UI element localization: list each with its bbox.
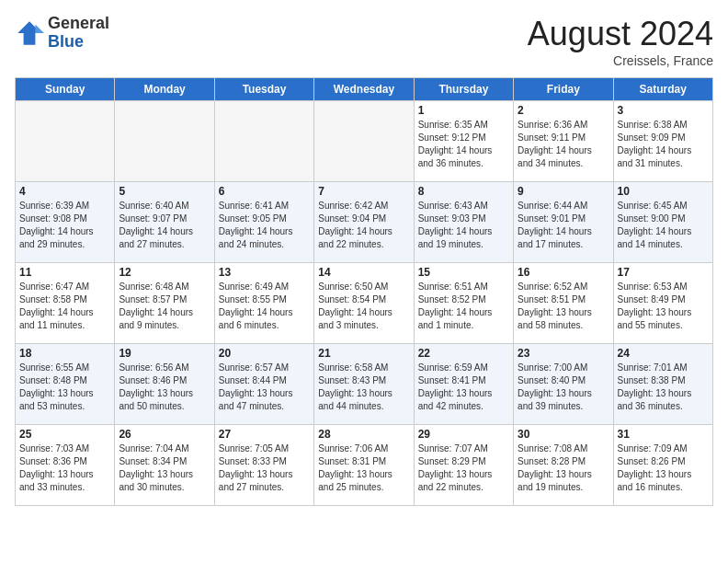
calendar-cell: 19Sunrise: 6:56 AM Sunset: 8:46 PM Dayli… xyxy=(115,344,214,425)
day-info: Sunrise: 7:08 AM Sunset: 8:28 PM Dayligh… xyxy=(518,442,609,494)
day-info: Sunrise: 6:42 AM Sunset: 9:04 PM Dayligh… xyxy=(318,200,409,251)
day-info: Sunrise: 7:09 AM Sunset: 8:26 PM Dayligh… xyxy=(618,442,709,494)
day-info: Sunrise: 6:56 AM Sunset: 8:46 PM Dayligh… xyxy=(119,362,210,413)
calendar-week-3: 11Sunrise: 6:47 AM Sunset: 8:58 PM Dayli… xyxy=(16,263,713,344)
svg-marker-1 xyxy=(35,24,44,33)
day-info: Sunrise: 6:53 AM Sunset: 8:49 PM Dayligh… xyxy=(618,281,709,332)
day-number: 13 xyxy=(219,266,310,279)
day-info: Sunrise: 6:43 AM Sunset: 9:03 PM Dayligh… xyxy=(418,200,509,251)
day-info: Sunrise: 7:07 AM Sunset: 8:29 PM Dayligh… xyxy=(418,442,509,494)
calendar-cell: 4Sunrise: 6:39 AM Sunset: 9:08 PM Daylig… xyxy=(16,182,115,263)
calendar-cell: 5Sunrise: 6:40 AM Sunset: 9:07 PM Daylig… xyxy=(115,182,214,263)
calendar-cell xyxy=(214,101,313,182)
day-info: Sunrise: 7:05 AM Sunset: 8:33 PM Dayligh… xyxy=(219,442,310,494)
logo: General Blue xyxy=(15,15,109,52)
day-number: 22 xyxy=(418,347,509,360)
calendar-cell: 29Sunrise: 7:07 AM Sunset: 8:29 PM Dayli… xyxy=(414,425,513,506)
day-number: 5 xyxy=(119,185,210,198)
calendar-cell: 31Sunrise: 7:09 AM Sunset: 8:26 PM Dayli… xyxy=(613,425,712,506)
day-number: 6 xyxy=(219,185,310,198)
logo-icon xyxy=(15,18,44,48)
weekday-wednesday: Wednesday xyxy=(314,78,414,101)
day-info: Sunrise: 6:48 AM Sunset: 8:57 PM Dayligh… xyxy=(119,281,210,332)
day-number: 11 xyxy=(19,266,110,279)
calendar-cell: 17Sunrise: 6:53 AM Sunset: 8:49 PM Dayli… xyxy=(613,263,712,344)
day-info: Sunrise: 7:06 AM Sunset: 8:31 PM Dayligh… xyxy=(318,442,409,494)
day-info: Sunrise: 6:52 AM Sunset: 8:51 PM Dayligh… xyxy=(518,281,609,332)
day-info: Sunrise: 6:51 AM Sunset: 8:52 PM Dayligh… xyxy=(418,281,509,332)
calendar-cell: 22Sunrise: 6:59 AM Sunset: 8:41 PM Dayli… xyxy=(414,344,513,425)
day-number: 19 xyxy=(119,347,210,360)
day-info: Sunrise: 6:39 AM Sunset: 9:08 PM Dayligh… xyxy=(19,200,110,251)
day-number: 15 xyxy=(418,266,509,279)
calendar-cell: 2Sunrise: 6:36 AM Sunset: 9:11 PM Daylig… xyxy=(514,101,613,182)
day-number: 21 xyxy=(318,347,409,360)
day-info: Sunrise: 6:41 AM Sunset: 9:05 PM Dayligh… xyxy=(219,200,310,251)
calendar-cell: 10Sunrise: 6:45 AM Sunset: 9:00 PM Dayli… xyxy=(613,182,712,263)
day-number: 12 xyxy=(119,266,210,279)
day-info: Sunrise: 6:55 AM Sunset: 8:48 PM Dayligh… xyxy=(19,362,110,413)
day-number: 9 xyxy=(518,185,609,198)
day-number: 7 xyxy=(318,185,409,198)
weekday-tuesday: Tuesday xyxy=(214,78,313,101)
calendar-cell: 12Sunrise: 6:48 AM Sunset: 8:57 PM Dayli… xyxy=(115,263,214,344)
logo-general: General xyxy=(48,15,109,33)
day-number: 28 xyxy=(318,428,409,441)
day-number: 10 xyxy=(618,185,709,198)
calendar-week-4: 18Sunrise: 6:55 AM Sunset: 8:48 PM Dayli… xyxy=(16,344,713,425)
day-info: Sunrise: 6:59 AM Sunset: 8:41 PM Dayligh… xyxy=(418,362,509,413)
location: Creissels, France xyxy=(528,53,713,68)
day-number: 3 xyxy=(618,104,709,117)
weekday-monday: Monday xyxy=(115,78,214,101)
calendar-cell: 27Sunrise: 7:05 AM Sunset: 8:33 PM Dayli… xyxy=(214,425,313,506)
calendar-cell: 23Sunrise: 7:00 AM Sunset: 8:40 PM Dayli… xyxy=(514,344,613,425)
calendar-cell: 11Sunrise: 6:47 AM Sunset: 8:58 PM Dayli… xyxy=(16,263,115,344)
calendar-cell: 26Sunrise: 7:04 AM Sunset: 8:34 PM Dayli… xyxy=(115,425,214,506)
day-number: 24 xyxy=(618,347,709,360)
calendar-cell: 24Sunrise: 7:01 AM Sunset: 8:38 PM Dayli… xyxy=(613,344,712,425)
day-info: Sunrise: 7:01 AM Sunset: 8:38 PM Dayligh… xyxy=(618,362,709,413)
calendar-cell: 20Sunrise: 6:57 AM Sunset: 8:44 PM Dayli… xyxy=(214,344,313,425)
day-number: 20 xyxy=(219,347,310,360)
weekday-saturday: Saturday xyxy=(613,78,712,101)
weekday-sunday: Sunday xyxy=(16,78,115,101)
calendar-cell: 9Sunrise: 6:44 AM Sunset: 9:01 PM Daylig… xyxy=(514,182,613,263)
weekday-friday: Friday xyxy=(514,78,613,101)
day-info: Sunrise: 7:00 AM Sunset: 8:40 PM Dayligh… xyxy=(518,362,609,413)
day-info: Sunrise: 6:36 AM Sunset: 9:11 PM Dayligh… xyxy=(518,119,609,170)
calendar-cell: 25Sunrise: 7:03 AM Sunset: 8:36 PM Dayli… xyxy=(16,425,115,506)
calendar-cell: 16Sunrise: 6:52 AM Sunset: 8:51 PM Dayli… xyxy=(514,263,613,344)
calendar-cell: 21Sunrise: 6:58 AM Sunset: 8:43 PM Dayli… xyxy=(314,344,414,425)
calendar-cell xyxy=(16,101,115,182)
day-info: Sunrise: 6:50 AM Sunset: 8:54 PM Dayligh… xyxy=(318,281,409,332)
page-header: General Blue August 2024 Creissels, Fran… xyxy=(15,15,713,68)
weekday-header-row: SundayMondayTuesdayWednesdayThursdayFrid… xyxy=(16,78,713,101)
day-number: 27 xyxy=(219,428,310,441)
logo-blue: Blue xyxy=(48,33,109,52)
calendar-cell: 13Sunrise: 6:49 AM Sunset: 8:55 PM Dayli… xyxy=(214,263,313,344)
day-number: 4 xyxy=(19,185,110,198)
title-block: August 2024 Creissels, France xyxy=(528,15,713,68)
day-info: Sunrise: 6:44 AM Sunset: 9:01 PM Dayligh… xyxy=(518,200,609,251)
calendar-cell: 8Sunrise: 6:43 AM Sunset: 9:03 PM Daylig… xyxy=(414,182,513,263)
day-number: 26 xyxy=(119,428,210,441)
calendar-cell: 28Sunrise: 7:06 AM Sunset: 8:31 PM Dayli… xyxy=(314,425,414,506)
calendar-cell: 14Sunrise: 6:50 AM Sunset: 8:54 PM Dayli… xyxy=(314,263,414,344)
day-number: 23 xyxy=(518,347,609,360)
day-number: 1 xyxy=(418,104,509,117)
calendar-cell xyxy=(314,101,414,182)
day-number: 29 xyxy=(418,428,509,441)
day-info: Sunrise: 6:35 AM Sunset: 9:12 PM Dayligh… xyxy=(418,119,509,170)
day-info: Sunrise: 6:49 AM Sunset: 8:55 PM Dayligh… xyxy=(219,281,310,332)
calendar-week-2: 4Sunrise: 6:39 AM Sunset: 9:08 PM Daylig… xyxy=(16,182,713,263)
day-info: Sunrise: 6:47 AM Sunset: 8:58 PM Dayligh… xyxy=(19,281,110,332)
day-number: 17 xyxy=(618,266,709,279)
day-number: 16 xyxy=(518,266,609,279)
calendar-week-5: 25Sunrise: 7:03 AM Sunset: 8:36 PM Dayli… xyxy=(16,425,713,506)
day-number: 25 xyxy=(19,428,110,441)
calendar-cell: 30Sunrise: 7:08 AM Sunset: 8:28 PM Dayli… xyxy=(514,425,613,506)
day-number: 31 xyxy=(618,428,709,441)
day-info: Sunrise: 6:38 AM Sunset: 9:09 PM Dayligh… xyxy=(618,119,709,170)
calendar-cell: 7Sunrise: 6:42 AM Sunset: 9:04 PM Daylig… xyxy=(314,182,414,263)
calendar-cell: 6Sunrise: 6:41 AM Sunset: 9:05 PM Daylig… xyxy=(214,182,313,263)
